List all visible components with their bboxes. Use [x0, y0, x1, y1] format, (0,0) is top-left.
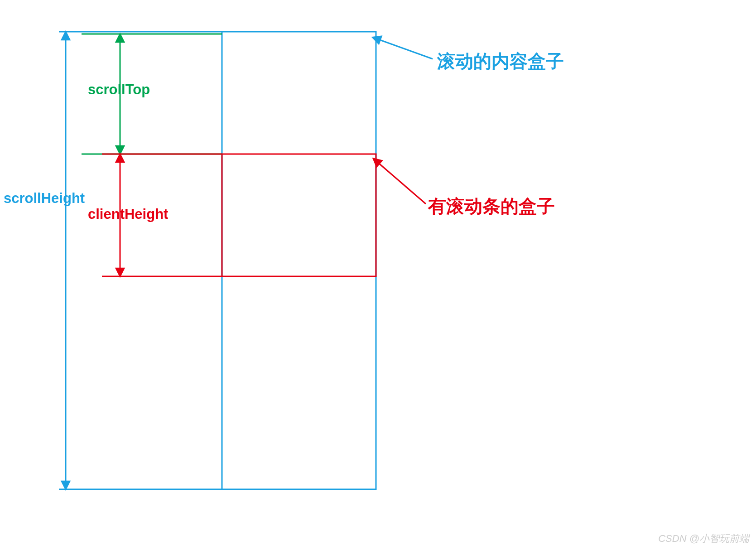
scroll-top-label: scrollTop: [88, 82, 150, 98]
content-box-leader: [376, 39, 433, 59]
watermark: CSDN @小智玩前端: [658, 532, 749, 545]
content-box-label: 滚动的内容盒子: [437, 49, 564, 74]
content-box: [222, 32, 376, 489]
scroll-height-label: scrollHeight: [4, 190, 85, 207]
scrollable-box-leader: [376, 161, 426, 204]
client-height-label: clientHeight: [88, 206, 168, 222]
scroll-height-measure: [59, 32, 222, 489]
scrollable-box: [222, 154, 376, 276]
scrollable-box-label: 有滚动条的盒子: [428, 194, 555, 219]
